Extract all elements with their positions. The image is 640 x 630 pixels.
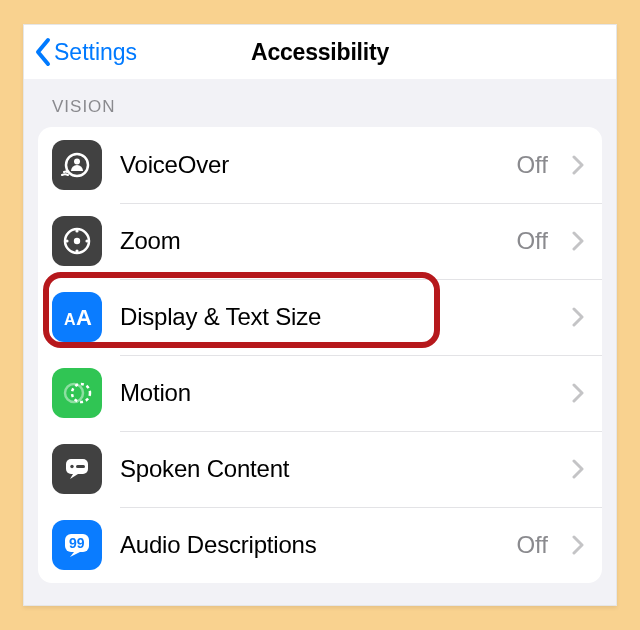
content-area: VISION VoiceOver Off [24,79,616,605]
row-audio-descriptions[interactable]: 99 Audio Descriptions Off [38,507,602,583]
row-voiceover[interactable]: VoiceOver Off [38,127,602,203]
vision-group: VoiceOver Off Zoom [38,127,602,583]
back-button[interactable]: Settings [34,25,137,79]
svg-point-11 [65,384,83,402]
chevron-right-icon [572,155,584,175]
section-header-vision: VISION [24,79,616,123]
chevron-right-icon [572,231,584,251]
svg-point-13 [70,465,73,468]
row-zoom[interactable]: Zoom Off [38,203,602,279]
row-motion[interactable]: Motion [38,355,602,431]
row-label: Motion [120,379,530,407]
motion-icon [52,368,102,418]
settings-screen: Settings Accessibility VISION VoiceOver [23,24,617,606]
chevron-right-icon [572,459,584,479]
svg-point-3 [74,238,80,244]
row-display-text-size[interactable]: A A Display & Text Size [38,279,602,355]
row-label: Spoken Content [120,455,530,483]
row-label: Zoom [120,227,498,255]
back-label: Settings [54,39,137,66]
svg-point-4 [75,229,78,232]
row-label: Display & Text Size [120,303,530,331]
svg-text:A: A [76,305,92,330]
row-status: Off [516,227,548,255]
zoom-icon [52,216,102,266]
svg-point-7 [85,239,88,242]
audio-descriptions-icon: 99 [52,520,102,570]
spoken-content-icon [52,444,102,494]
row-status: Off [516,151,548,179]
chevron-right-icon [572,535,584,555]
voiceover-icon [52,140,102,190]
row-label: Audio Descriptions [120,531,498,559]
row-label: VoiceOver [120,151,498,179]
svg-point-1 [74,159,80,165]
row-spoken-content[interactable]: Spoken Content [38,431,602,507]
chevron-right-icon [572,307,584,327]
chevron-left-icon [34,37,52,67]
svg-point-5 [75,249,78,252]
navbar: Settings Accessibility [24,25,616,79]
svg-rect-14 [76,465,85,468]
chevron-right-icon [572,383,584,403]
svg-text:99: 99 [69,535,85,551]
svg-text:A: A [64,311,76,328]
page-title: Accessibility [251,39,389,66]
text-size-icon: A A [52,292,102,342]
row-status: Off [516,531,548,559]
svg-point-6 [65,239,68,242]
